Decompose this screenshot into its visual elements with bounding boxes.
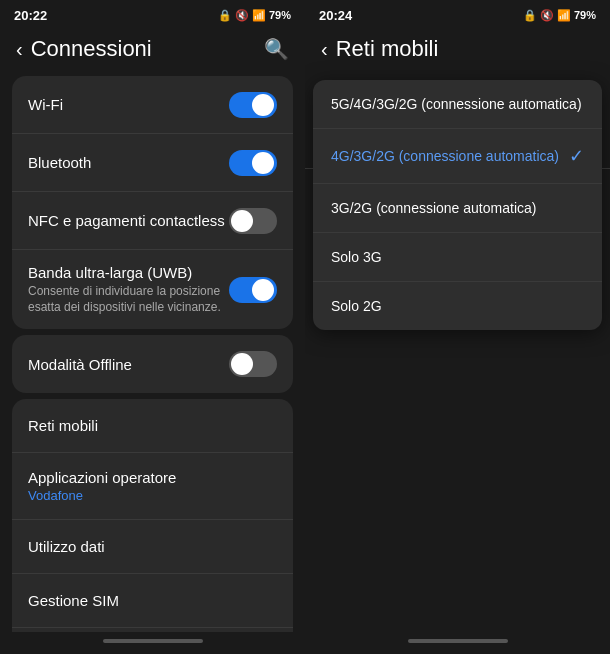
wifi-item[interactable]: Wi-Fi: [12, 76, 293, 134]
right-status-icons: 🔒 🔇 📶 79%: [523, 9, 596, 22]
lock-icon: 🔒: [218, 9, 232, 22]
utilizzo-dati-item[interactable]: Utilizzo dati: [12, 520, 293, 574]
vodafone-sub: Vodafone: [28, 488, 176, 503]
offline-label: Modalità Offline: [28, 356, 132, 373]
offline-item[interactable]: Modalità Offline: [12, 335, 293, 393]
nfc-label: NFC e pagamenti contactless: [28, 212, 225, 229]
right-nav-bar: [305, 632, 610, 654]
option-4g-label: 4G/3G/2G (connessione automatica): [331, 148, 559, 164]
connectivity-group: Wi-Fi Bluetooth NFC e pagamenti contactl…: [12, 76, 293, 329]
uwb-sublabel: Consente di individuare la posizione esa…: [28, 284, 229, 315]
option-3g2g[interactable]: 3G/2G (connessione automatica): [313, 184, 602, 233]
reti-mobili-item[interactable]: Reti mobili: [12, 399, 293, 453]
bluetooth-item[interactable]: Bluetooth: [12, 134, 293, 192]
nfc-toggle[interactable]: [229, 208, 277, 234]
option-solo3g[interactable]: Solo 3G: [313, 233, 602, 282]
option-5g-label: 5G/4G/3G/2G (connessione automatica): [331, 96, 582, 112]
right-header: ‹ Reti mobili: [305, 28, 610, 70]
option-5g[interactable]: 5G/4G/3G/2G (connessione automatica): [313, 80, 602, 129]
right-status-bar: 20:24 🔒 🔇 📶 79%: [305, 0, 610, 28]
wifi-label: Wi-Fi: [28, 96, 63, 113]
right-screen: 20:24 🔒 🔇 📶 79% ‹ Reti mobili Roaming da…: [305, 0, 610, 654]
reti-mobili-label: Reti mobili: [28, 417, 98, 434]
gestione-sim-label: Gestione SIM: [28, 592, 119, 609]
uwb-item[interactable]: Banda ultra-larga (UWB) Consente di indi…: [12, 250, 293, 329]
gestione-sim-item[interactable]: Gestione SIM: [12, 574, 293, 628]
network-type-dropdown: 5G/4G/3G/2G (connessione automatica) 4G/…: [313, 80, 602, 330]
right-lock-icon: 🔒: [523, 9, 537, 22]
right-page-title: Reti mobili: [336, 36, 439, 62]
applicazioni-operatore-label: Applicazioni operatore: [28, 469, 176, 486]
left-settings-content: Wi-Fi Bluetooth NFC e pagamenti contactl…: [0, 70, 305, 632]
battery-text: 79%: [269, 9, 291, 21]
right-mute-icon: 🔇: [540, 9, 554, 22]
left-nav-bar: [0, 632, 305, 654]
left-status-icons: 🔒 🔇 📶 79%: [218, 9, 291, 22]
utilizzo-dati-label: Utilizzo dati: [28, 538, 105, 555]
right-nav-pill: [408, 639, 508, 643]
right-back-button[interactable]: ‹: [321, 38, 328, 61]
check-icon: ✓: [569, 145, 584, 167]
option-3g2g-label: 3G/2G (connessione automatica): [331, 200, 536, 216]
mute-icon: 🔇: [235, 9, 249, 22]
search-button[interactable]: 🔍: [264, 37, 289, 61]
left-page-title: Connessioni: [31, 36, 152, 62]
uwb-label: Banda ultra-larga (UWB): [28, 264, 229, 281]
left-status-bar: 20:22 🔒 🔇 📶 79%: [0, 0, 305, 28]
left-time: 20:22: [14, 8, 47, 23]
offline-toggle[interactable]: [229, 351, 277, 377]
option-4g[interactable]: 4G/3G/2G (connessione automatica) ✓: [313, 129, 602, 184]
right-battery-text: 79%: [574, 9, 596, 21]
applicazioni-operatore-item[interactable]: Applicazioni operatore Vodafone: [12, 453, 293, 520]
option-solo2g-label: Solo 2G: [331, 298, 382, 314]
signal-icon: 📶: [252, 9, 266, 22]
bluetooth-toggle[interactable]: [229, 150, 277, 176]
bluetooth-label: Bluetooth: [28, 154, 91, 171]
nfc-item[interactable]: NFC e pagamenti contactless: [12, 192, 293, 250]
wifi-toggle[interactable]: [229, 92, 277, 118]
left-header: ‹ Connessioni 🔍: [0, 28, 305, 70]
left-screen: 20:22 🔒 🔇 📶 79% ‹ Connessioni 🔍 Wi-Fi Bl…: [0, 0, 305, 654]
left-nav-pill: [103, 639, 203, 643]
option-solo2g[interactable]: Solo 2G: [313, 282, 602, 330]
right-time: 20:24: [319, 8, 352, 23]
right-signal-icon: 📶: [557, 9, 571, 22]
left-back-button[interactable]: ‹: [16, 38, 23, 61]
menu-group: Reti mobili Applicazioni operatore Vodaf…: [12, 399, 293, 632]
uwb-toggle[interactable]: [229, 277, 277, 303]
option-solo3g-label: Solo 3G: [331, 249, 382, 265]
